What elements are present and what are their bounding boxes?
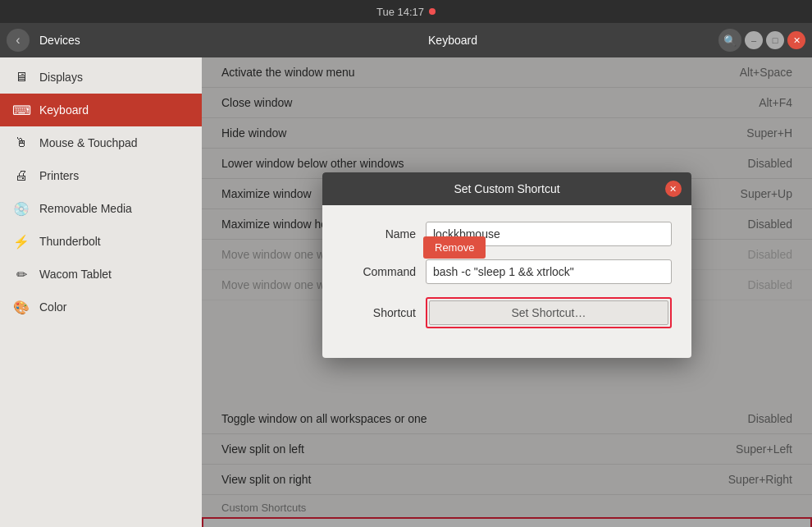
sidebar-item-wacom[interactable]: ✏ Wacom Tablet	[0, 258, 202, 291]
sidebar-label-color: Color	[39, 300, 66, 314]
dialog-close-button[interactable]: ✕	[665, 181, 682, 197]
shortcut-label: Shortcut	[342, 306, 416, 319]
removable-icon: 💿	[13, 200, 30, 217]
sidebar-item-printers[interactable]: 🖨 Printers	[0, 159, 202, 192]
main-content: 🖥 Displays ⌨ Keyboard 🖱 Mouse & Touchpad…	[0, 57, 812, 527]
dialog-title: Set Custom Shortcut	[454, 182, 559, 195]
sidebar-label-removable: Removable Media	[39, 202, 132, 215]
dialog-overlay: Set Custom Shortcut ✕ Name Command	[202, 57, 812, 527]
name-label: Name	[342, 227, 416, 241]
color-icon: 🎨	[13, 299, 30, 315]
set-shortcut-button[interactable]: Set Shortcut…	[429, 300, 668, 325]
status-dot	[429, 8, 436, 15]
displays-icon: 🖥	[13, 69, 30, 85]
name-field: Name	[342, 222, 672, 246]
sidebar: 🖥 Displays ⌨ Keyboard 🖱 Mouse & Touchpad…	[0, 57, 202, 527]
sidebar-title: Devices	[39, 34, 187, 47]
sidebar-item-removable[interactable]: 💿 Removable Media	[0, 192, 202, 225]
window-controls: 🔍 – □ ✕	[718, 29, 805, 52]
page-title: Keyboard	[187, 34, 718, 47]
close-button[interactable]: ✕	[787, 31, 805, 49]
command-input[interactable]	[426, 259, 672, 284]
sidebar-label-keyboard: Keyboard	[39, 103, 89, 117]
command-label: Command	[342, 265, 416, 278]
back-button[interactable]: ‹	[7, 29, 30, 52]
wacom-icon: ✏	[13, 266, 30, 282]
shortcut-btn-wrapper: Set Shortcut…	[426, 297, 672, 328]
dialog-header: Set Custom Shortcut ✕	[322, 172, 691, 205]
set-custom-shortcut-dialog: Set Custom Shortcut ✕ Name Command	[322, 172, 691, 358]
sidebar-label-thunderbolt: Thunderbolt	[39, 235, 101, 248]
window-header: ‹ Devices Keyboard 🔍 – □ ✕	[0, 23, 812, 57]
sidebar-item-mouse[interactable]: 🖱 Mouse & Touchpad	[0, 126, 202, 159]
sidebar-item-thunderbolt[interactable]: ⚡ Thunderbolt	[0, 225, 202, 258]
printers-icon: 🖨	[13, 167, 30, 184]
sidebar-item-keyboard[interactable]: ⌨ Keyboard	[0, 94, 202, 126]
top-bar: Tue 14:17	[0, 0, 812, 23]
clock: Tue 14:17	[376, 6, 424, 18]
thunderbolt-icon: ⚡	[13, 233, 30, 250]
sidebar-label-wacom: Wacom Tablet	[39, 268, 112, 281]
minimize-button[interactable]: –	[745, 31, 763, 49]
sidebar-label-printers: Printers	[39, 169, 79, 182]
sidebar-item-color[interactable]: 🎨 Color	[0, 291, 202, 323]
maximize-button[interactable]: □	[766, 31, 784, 49]
content-area[interactable]: Activate the window menu Alt+Space Close…	[202, 57, 812, 527]
sidebar-label-mouse: Mouse & Touchpad	[39, 136, 138, 149]
dialog-body: Name Command Shortcut Set Shortcut…	[322, 205, 691, 358]
mouse-icon: 🖱	[13, 135, 30, 151]
command-field: Command	[342, 259, 672, 284]
sidebar-label-displays: Displays	[39, 71, 83, 84]
search-button[interactable]: 🔍	[718, 29, 741, 52]
sidebar-item-displays[interactable]: 🖥 Displays	[0, 61, 202, 94]
keyboard-icon: ⌨	[13, 102, 30, 118]
remove-button[interactable]: Remove	[423, 236, 486, 259]
settings-window: ‹ Devices Keyboard 🔍 – □ ✕ 🖥 Displays ⌨ …	[0, 23, 812, 527]
shortcut-field: Shortcut Set Shortcut…	[342, 297, 672, 328]
